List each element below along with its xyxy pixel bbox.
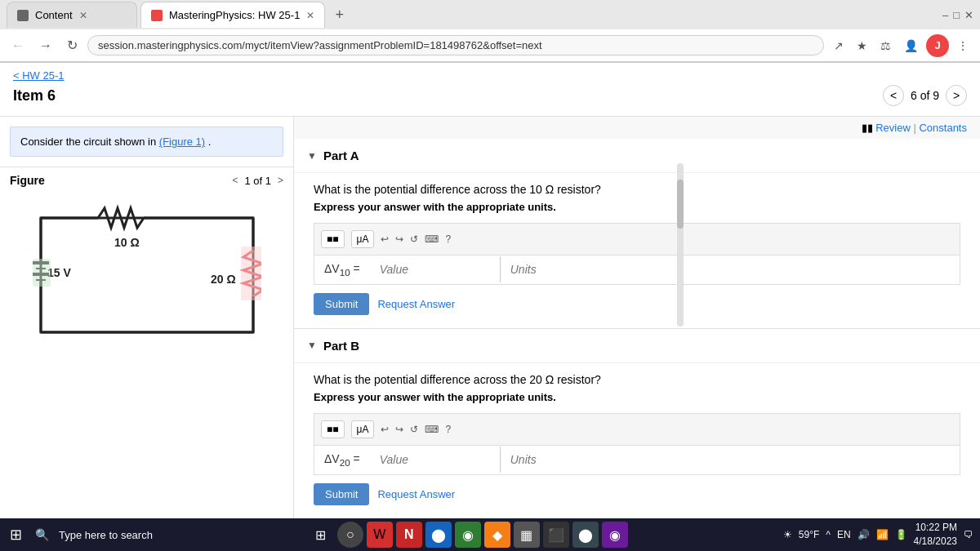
taskbar-clock[interactable]: 10:22 PM 4/18/2023 <box>914 521 957 549</box>
taskbar-volume-icon[interactable]: 🔊 <box>858 529 870 540</box>
taskbar-caret-icon[interactable]: ^ <box>826 529 831 540</box>
part-a-request-link[interactable]: Request Answer <box>377 298 455 310</box>
part-a-value-input[interactable] <box>370 256 501 282</box>
taskbar-app9[interactable]: ◉ <box>602 522 628 548</box>
taskbar-app7[interactable]: ⬛ <box>543 522 569 548</box>
part-b-toggle-icon: ▼ <box>307 340 317 351</box>
part-a-submit-button[interactable]: Submit <box>314 293 369 315</box>
part-b-actions: Submit Request Answer <box>314 483 960 505</box>
svg-text:10 Ω: 10 Ω <box>114 236 140 249</box>
page-header: < HW 25-1 Item 6 < 6 of 9 > <box>0 63 980 117</box>
page: < HW 25-1 Item 6 < 6 of 9 > Consider the… <box>0 63 980 551</box>
part-a-unit-btn[interactable]: μA <box>351 230 375 248</box>
part-b-matrix-btn[interactable]: ■■ <box>321 420 345 438</box>
part-a-section: ▼ Part A What is the potential differenc… <box>294 139 980 329</box>
taskbar-app4[interactable]: ◉ <box>455 522 481 548</box>
figure-prev-button[interactable]: < <box>232 175 238 186</box>
address-bar[interactable] <box>87 35 824 56</box>
part-b-unit-btn[interactable]: μA <box>351 420 375 438</box>
tab-close-mastering[interactable]: ✕ <box>306 10 314 21</box>
taskbar-lang-icon[interactable]: EN <box>837 529 851 540</box>
part-a-matrix-btn[interactable]: ■■ <box>321 230 345 248</box>
taskbar-center: ⊞ ○ W N ⬤ ◉ ◆ ▦ ⬛ ⬤ ◉ <box>308 522 628 548</box>
part-a-toggle-icon: ▼ <box>307 150 317 162</box>
part-b-help-icon[interactable]: ? <box>445 424 451 435</box>
taskbar-right: ☀ 59°F ^ EN 🔊 📶 🔋 10:22 PM 4/18/2023 🗨 <box>783 521 973 549</box>
taskbar-cortana-icon[interactable]: ○ <box>337 522 363 548</box>
taskbar-app8[interactable]: ⬤ <box>572 522 599 548</box>
minimize-icon[interactable]: – <box>942 9 948 21</box>
forward-button[interactable]: → <box>34 35 57 56</box>
taskbar-time-text: 10:22 PM <box>914 521 957 535</box>
tab-favicon-content <box>17 10 29 21</box>
part-a-title: Part A <box>323 149 359 162</box>
right-panel: ▮▮ Review | Constants ▼ Part A What is t… <box>294 117 980 551</box>
taskbar-notification-icon[interactable]: 🗨 <box>964 529 973 540</box>
svg-text:15 V: 15 V <box>47 266 71 279</box>
part-b-value-input[interactable] <box>370 447 501 473</box>
tab-label-mastering: MasteringPhysics: HW 25-1 <box>169 9 300 21</box>
constants-link[interactable]: Constants <box>919 122 967 134</box>
taskbar-n-icon[interactable]: N <box>396 522 422 548</box>
taskbar-app5[interactable]: ◆ <box>484 522 510 548</box>
refresh-button[interactable]: ↻ <box>62 34 82 56</box>
profile-icon[interactable]: 👤 <box>899 36 923 56</box>
part-a-help-icon[interactable]: ? <box>445 233 451 245</box>
context-box: Consider the circuit shown in (Figure 1)… <box>10 127 283 157</box>
part-b-header[interactable]: ▼ Part B <box>294 329 980 363</box>
review-link[interactable]: Review <box>875 122 911 134</box>
star-icon[interactable]: ★ <box>852 36 872 56</box>
part-a-undo-icon[interactable]: ↩ <box>381 233 389 245</box>
page-title: Item 6 <box>13 87 56 104</box>
part-a-redo-icon[interactable]: ↪ <box>395 233 403 245</box>
prev-item-button[interactable]: < <box>883 85 904 106</box>
tab-bar: Content ✕ MasteringPhysics: HW 25-1 ✕ + … <box>0 0 980 29</box>
extensions-icon[interactable]: ⚖ <box>875 36 896 56</box>
part-a-refresh-icon[interactable]: ↺ <box>410 233 418 245</box>
part-a-keyboard-icon[interactable]: ⌨ <box>425 233 439 245</box>
figure-next-button[interactable]: > <box>278 175 283 186</box>
part-b-redo-icon[interactable]: ↪ <box>395 424 403 435</box>
tab-mastering[interactable]: MasteringPhysics: HW 25-1 ✕ <box>140 2 325 28</box>
taskbar-wifi-icon[interactable]: 📶 <box>876 529 889 540</box>
part-b-keyboard-icon[interactable]: ⌨ <box>425 424 439 435</box>
user-avatar[interactable]: J <box>926 34 949 57</box>
menu-icon[interactable]: ⋮ <box>952 36 973 56</box>
back-button[interactable]: ← <box>7 35 29 56</box>
part-a-answer-row: ΔV10 = <box>314 255 960 285</box>
share-icon[interactable]: ↗ <box>829 36 849 56</box>
next-item-button[interactable]: > <box>946 85 967 106</box>
restore-icon[interactable]: □ <box>953 9 960 21</box>
taskbar-app3[interactable]: ⬤ <box>425 522 452 548</box>
part-b-submit-button[interactable]: Submit <box>314 483 369 505</box>
taskbar-office-icon[interactable]: W <box>367 522 393 548</box>
hw-link[interactable]: < HW 25-1 <box>13 69 967 82</box>
part-b-refresh-icon[interactable]: ↺ <box>410 424 418 435</box>
search-label[interactable]: Type here to search <box>59 529 153 541</box>
new-tab-button[interactable]: + <box>328 7 350 24</box>
tab-content[interactable]: Content ✕ <box>7 2 137 28</box>
search-button[interactable]: 🔍 <box>30 525 54 544</box>
part-b-request-link[interactable]: Request Answer <box>377 488 455 500</box>
part-a-units-input[interactable] <box>501 256 599 282</box>
part-b-question: What is the potential difference across … <box>314 373 960 386</box>
taskbar-battery-icon[interactable]: 🔋 <box>895 529 907 540</box>
part-a-header[interactable]: ▼ Part A <box>294 139 980 173</box>
part-b-units-input[interactable] <box>501 447 599 473</box>
part-a-actions: Submit Request Answer <box>314 293 960 315</box>
nav-actions: ↗ ★ ⚖ 👤 J ⋮ <box>829 34 973 57</box>
left-panel-scroll: Consider the circuit shown in (Figure 1)… <box>0 117 293 551</box>
part-b-undo-icon[interactable]: ↩ <box>381 424 389 435</box>
tab-close-content[interactable]: ✕ <box>79 10 87 21</box>
figure-nav-text: 1 of 1 <box>244 175 271 187</box>
svg-rect-15 <box>33 259 51 287</box>
figure-link[interactable]: (Figure 1) <box>159 136 205 148</box>
figure-nav: < 1 of 1 > <box>232 175 283 187</box>
start-button[interactable]: ⊞ <box>7 522 25 547</box>
close-icon[interactable]: ✕ <box>964 9 973 21</box>
figure-label: Figure <box>10 174 45 187</box>
taskbar-date-text: 4/18/2023 <box>914 535 957 549</box>
taskbar-windows-icon[interactable]: ⊞ <box>308 522 334 548</box>
taskbar-left: ⊞ 🔍 Type here to search <box>7 522 153 547</box>
taskbar-app6[interactable]: ▦ <box>514 522 540 548</box>
